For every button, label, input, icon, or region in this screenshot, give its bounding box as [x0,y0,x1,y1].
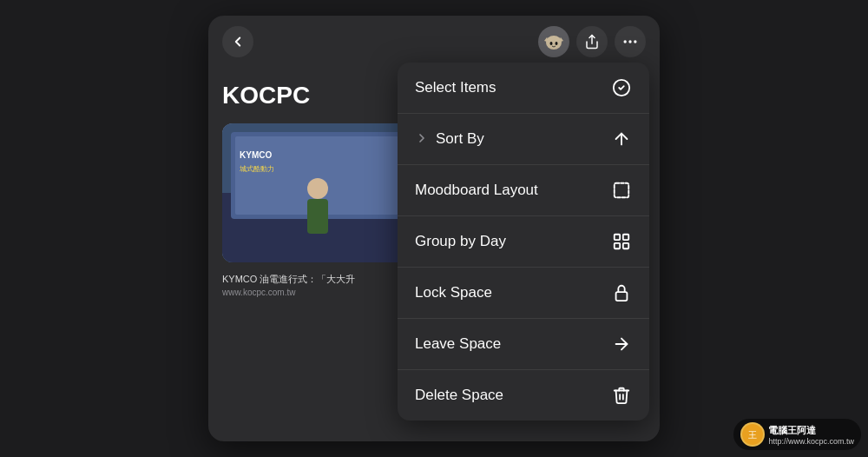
svg-rect-23 [623,243,628,248]
image-card[interactable]: KYMCO 城式酷動力 [222,123,413,262]
scene-illustration: KYMCO 城式酷動力 [222,123,413,262]
image-caption: KYMCO 油電進行式：「大大升 [222,273,420,286]
svg-text:王: 王 [748,430,757,440]
menu-item-sort-by[interactable]: Sort By [398,114,649,165]
menu-item-moodboard-layout[interactable]: Moodboard Layout [398,165,649,216]
svg-rect-21 [623,235,628,240]
space-title: KOCPC [222,82,420,109]
svg-rect-24 [616,292,628,301]
svg-point-6 [624,40,627,43]
back-button[interactable] [222,26,253,57]
svg-text:KYMCO: KYMCO [240,150,272,160]
square-dashed-icon [611,181,632,200]
image-thumbnail: KYMCO 城式酷動力 [222,123,413,262]
share-icon [584,34,600,50]
menu-item-lock-space[interactable]: Lock Space [398,268,649,319]
svg-point-7 [628,40,631,43]
image-url: www.kocpc.com.tw [222,288,420,297]
menu-item-delete-space[interactable]: Delete Space [398,370,649,421]
svg-point-3 [550,42,553,45]
watermark: 王 電腦王阿達 http://www.kocpc.com.tw [733,419,861,450]
menu-item-select-items[interactable]: Select Items [398,63,649,114]
sort-by-chevron-icon [415,131,429,148]
avatar [538,26,569,57]
svg-text:城式酷動力: 城式酷動力 [239,165,274,173]
svg-rect-16 [307,199,328,234]
grid-icon [611,232,632,251]
cat-avatar-icon [542,30,566,54]
dropdown-menu: Select Items Sort By [398,63,649,421]
svg-point-4 [556,42,558,45]
svg-rect-19 [615,183,629,198]
svg-rect-22 [615,243,620,248]
main-panel: KOCPC KYMCO 城式酷動力 [208,16,660,441]
menu-item-group-by-day[interactable]: Group by Day [398,216,649,268]
watermark-avatar: 王 [740,422,765,447]
svg-point-0 [546,36,562,50]
svg-point-15 [307,178,328,199]
svg-rect-20 [615,235,620,240]
top-right-actions [538,26,646,57]
watermark-text: 電腦王阿達 http://www.kocpc.com.tw [768,424,854,446]
ellipsis-icon [621,33,639,50]
more-button[interactable] [615,26,646,57]
menu-item-leave-space[interactable]: Leave Space [398,319,649,370]
arrow-right-icon [611,334,632,354]
top-bar [208,16,660,68]
lock-icon [611,283,632,302]
arrow-up-icon [611,129,632,149]
share-button[interactable] [576,26,608,57]
chevron-left-icon [230,34,246,50]
trash-icon [611,386,632,405]
app-container: KOCPC KYMCO 城式酷動力 [0,0,868,457]
circle-check-icon [611,78,632,97]
svg-point-8 [634,40,636,43]
